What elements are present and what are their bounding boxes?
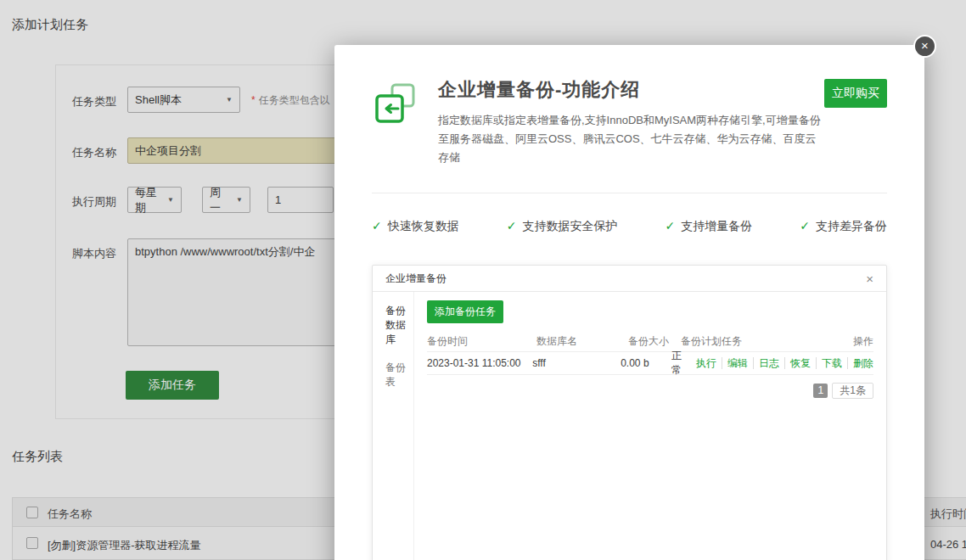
total-count: 共1条 bbox=[832, 383, 873, 399]
col-db-name: 数据库名 bbox=[536, 334, 628, 349]
col-plan-task: 备份计划任务 bbox=[681, 334, 742, 349]
script-label: 脚本内容 bbox=[0, 246, 116, 261]
task-type-label: 任务类型 bbox=[0, 94, 116, 109]
feature-label: 快速恢复数据 bbox=[388, 219, 459, 232]
db-name-cell: sfff bbox=[532, 357, 621, 369]
backup-time-cell: 2023-01-31 11:05:00 bbox=[427, 357, 532, 369]
task-type-value: Shell脚本 bbox=[135, 92, 182, 108]
col-backup-size: 备份大小 bbox=[628, 334, 681, 349]
task-name-column-header: 任务名称 bbox=[48, 507, 92, 522]
cycle-day-value: 周一 bbox=[210, 185, 231, 216]
action-restore[interactable]: 恢复 bbox=[785, 357, 817, 369]
action-delete[interactable]: 删除 bbox=[848, 357, 873, 369]
col-actions: 操作 bbox=[853, 334, 873, 349]
feature-item: ✓快速恢复数据 bbox=[372, 219, 459, 234]
chevron-down-icon: ▼ bbox=[236, 196, 243, 204]
cycle-unit-select[interactable]: 每星期 ▼ bbox=[127, 187, 182, 213]
task-list-title: 任务列表 bbox=[12, 449, 63, 465]
task-type-select[interactable]: Shell脚本 ▼ bbox=[127, 87, 240, 113]
plan-status-cell: 正常 bbox=[671, 349, 691, 378]
tab-backup-table[interactable]: 备份表 bbox=[373, 354, 413, 396]
action-download[interactable]: 下载 bbox=[817, 357, 848, 369]
feature-intro-modal: × 企业增量备份-功能介绍 立即购买 指定数据库或指定表增量备份,支持InnoD… bbox=[334, 45, 924, 560]
preview-window-title: 企业增量备份 bbox=[385, 272, 446, 286]
add-task-button[interactable]: 添加任务 bbox=[126, 371, 219, 400]
feature-label: 支持增量备份 bbox=[681, 219, 752, 232]
feature-item: ✓支持差异备份 bbox=[800, 219, 887, 234]
backup-size-cell: 0.00 b bbox=[621, 357, 671, 369]
task-type-hint: *任务类型包含以 bbox=[251, 93, 330, 108]
add-backup-task-button[interactable]: 添加备份任务 bbox=[427, 300, 503, 323]
action-execute[interactable]: 执行 bbox=[691, 357, 722, 369]
modal-title: 企业增量备份-功能介绍 bbox=[438, 77, 887, 103]
check-icon: ✓ bbox=[372, 219, 382, 232]
preview-close-icon[interactable]: × bbox=[866, 272, 873, 286]
divider bbox=[372, 193, 887, 193]
select-all-checkbox[interactable] bbox=[26, 507, 38, 518]
chevron-down-icon: ▼ bbox=[167, 196, 174, 204]
modal-description: 指定数据库或指定表增量备份,支持InnoDB和MyISAM两种存储引擎,可增量备… bbox=[438, 111, 825, 167]
cycle-day-select[interactable]: 周一 ▼ bbox=[202, 187, 250, 213]
check-icon: ✓ bbox=[507, 219, 517, 232]
incremental-backup-icon bbox=[373, 82, 416, 125]
action-edit[interactable]: 编辑 bbox=[722, 357, 754, 369]
cycle-label: 执行周期 bbox=[0, 194, 116, 210]
tab-backup-database[interactable]: 备份数据库 bbox=[373, 297, 413, 354]
required-mark: * bbox=[251, 94, 256, 106]
preview-titlebar: 企业增量备份 × bbox=[373, 266, 886, 292]
task-row-name: [勿删]资源管理器-获取进程流量 bbox=[48, 538, 201, 553]
task-row-time: 04-26 1 bbox=[930, 538, 966, 551]
page-number[interactable]: 1 bbox=[813, 384, 828, 398]
page-title: 添加计划任务 bbox=[12, 17, 88, 33]
check-icon: ✓ bbox=[800, 219, 810, 232]
buy-now-button[interactable]: 立即购买 bbox=[824, 79, 887, 108]
exec-time-column-header: 执行时间 bbox=[930, 507, 966, 522]
feature-label: 支持差异备份 bbox=[816, 219, 887, 232]
preview-window: 企业增量备份 × 备份数据库 备份表 添加备份任务 备份时间 数据库名 备份大小… bbox=[372, 265, 887, 560]
chevron-down-icon: ▼ bbox=[226, 96, 233, 104]
cycle-hour-input[interactable] bbox=[267, 187, 334, 213]
feature-item: ✓支持增量备份 bbox=[666, 219, 753, 234]
col-backup-time: 备份时间 bbox=[427, 334, 536, 349]
feature-list: ✓快速恢复数据 ✓支持数据安全保护 ✓支持增量备份 ✓支持差异备份 bbox=[372, 219, 887, 234]
cycle-unit-value: 每星期 bbox=[135, 185, 162, 216]
task-name-label: 任务名称 bbox=[0, 145, 116, 160]
spacer bbox=[427, 399, 873, 560]
feature-label: 支持数据安全保护 bbox=[522, 219, 617, 232]
pagination: 1共1条 bbox=[427, 383, 873, 399]
table-row: 2023-01-31 11:05:00 sfff 0.00 b 正常 执行编辑日… bbox=[427, 352, 873, 375]
preview-sidebar: 备份数据库 备份表 bbox=[373, 292, 414, 560]
row-checkbox[interactable] bbox=[26, 537, 38, 549]
row-actions: 执行编辑日志恢复下载删除 bbox=[691, 356, 873, 371]
check-icon: ✓ bbox=[666, 219, 676, 232]
backup-table-header: 备份时间 数据库名 备份大小 备份计划任务 操作 bbox=[427, 332, 873, 352]
feature-item: ✓支持数据安全保护 bbox=[507, 219, 618, 234]
action-log[interactable]: 日志 bbox=[754, 357, 785, 369]
